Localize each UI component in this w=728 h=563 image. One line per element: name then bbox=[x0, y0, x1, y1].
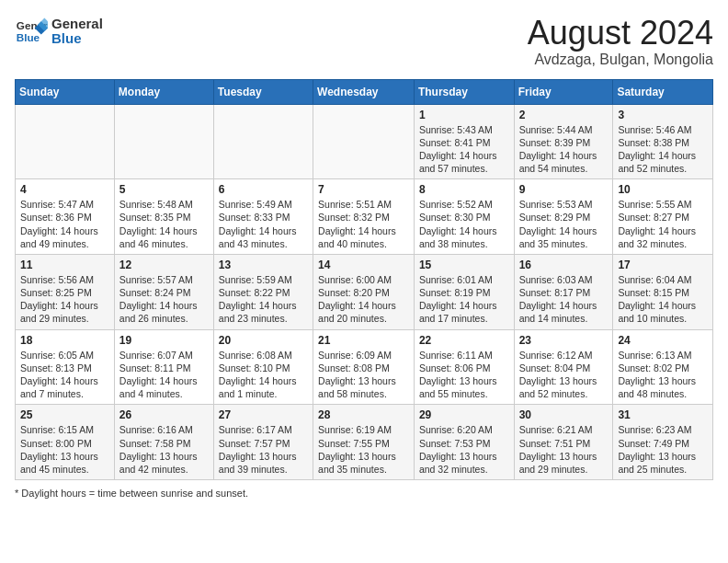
week-row-1: 4Sunrise: 5:47 AMSunset: 8:36 PMDaylight… bbox=[16, 179, 713, 255]
calendar-cell bbox=[114, 104, 213, 179]
week-row-4: 25Sunrise: 6:15 AMSunset: 8:00 PMDayligh… bbox=[16, 405, 713, 480]
day-info: Sunrise: 6:19 AMSunset: 7:55 PMDaylight:… bbox=[318, 423, 409, 476]
day-number: 17 bbox=[618, 259, 708, 271]
day-number: 2 bbox=[519, 109, 609, 121]
day-number: 14 bbox=[318, 259, 409, 271]
day-number: 23 bbox=[519, 334, 609, 347]
day-info: Sunrise: 6:08 AMSunset: 8:10 PMDaylight:… bbox=[219, 349, 308, 401]
day-number: 8 bbox=[419, 183, 509, 196]
calendar-cell bbox=[313, 104, 415, 179]
logo-blue-text: Blue bbox=[51, 31, 103, 47]
day-header-tuesday: Tuesday bbox=[213, 79, 313, 104]
calendar-cell bbox=[213, 104, 313, 179]
day-header-friday: Friday bbox=[514, 79, 613, 104]
day-info: Sunrise: 6:15 AMSunset: 8:00 PMDaylight:… bbox=[20, 423, 109, 476]
calendar-cell: 15Sunrise: 6:01 AMSunset: 8:19 PMDayligh… bbox=[414, 254, 514, 329]
calendar-cell: 16Sunrise: 6:03 AMSunset: 8:17 PMDayligh… bbox=[514, 254, 613, 329]
day-info: Sunrise: 5:57 AMSunset: 8:24 PMDaylight:… bbox=[119, 273, 209, 326]
day-info: Sunrise: 6:01 AMSunset: 8:19 PMDaylight:… bbox=[419, 273, 509, 326]
logo-icon: General Blue bbox=[15, 15, 48, 48]
calendar-cell: 4Sunrise: 5:47 AMSunset: 8:36 PMDaylight… bbox=[16, 179, 115, 255]
day-info: Sunrise: 6:20 AMSunset: 7:53 PMDaylight:… bbox=[419, 423, 509, 476]
calendar-cell: 21Sunrise: 6:09 AMSunset: 8:08 PMDayligh… bbox=[313, 329, 415, 405]
calendar-cell: 30Sunrise: 6:21 AMSunset: 7:51 PMDayligh… bbox=[514, 405, 613, 480]
day-info: Sunrise: 6:07 AMSunset: 8:11 PMDaylight:… bbox=[119, 349, 209, 401]
month-year-title: August 2024 bbox=[528, 15, 713, 52]
day-header-thursday: Thursday bbox=[414, 79, 514, 104]
day-info: Sunrise: 5:46 AMSunset: 8:38 PMDaylight:… bbox=[618, 123, 708, 176]
day-number: 6 bbox=[219, 183, 308, 196]
day-number: 22 bbox=[419, 334, 509, 347]
day-info: Sunrise: 5:55 AMSunset: 8:27 PMDaylight:… bbox=[618, 198, 708, 250]
day-info: Sunrise: 6:21 AMSunset: 7:51 PMDaylight:… bbox=[519, 423, 609, 476]
calendar-cell: 8Sunrise: 5:52 AMSunset: 8:30 PMDaylight… bbox=[414, 179, 514, 255]
location-subtitle: Avdzaga, Bulgan, Mongolia bbox=[528, 52, 713, 68]
day-info: Sunrise: 5:44 AMSunset: 8:39 PMDaylight:… bbox=[519, 123, 609, 176]
day-header-saturday: Saturday bbox=[613, 79, 713, 104]
day-info: Sunrise: 5:47 AMSunset: 8:36 PMDaylight:… bbox=[20, 198, 109, 250]
day-number: 25 bbox=[20, 408, 109, 421]
calendar-cell: 13Sunrise: 5:59 AMSunset: 8:22 PMDayligh… bbox=[213, 254, 313, 329]
day-number: 13 bbox=[219, 259, 308, 271]
calendar-cell: 6Sunrise: 5:49 AMSunset: 8:33 PMDaylight… bbox=[213, 179, 313, 255]
day-number: 29 bbox=[419, 408, 509, 421]
day-number: 16 bbox=[519, 259, 609, 271]
calendar-cell: 19Sunrise: 6:07 AMSunset: 8:11 PMDayligh… bbox=[114, 329, 213, 405]
day-info: Sunrise: 6:11 AMSunset: 8:06 PMDaylight:… bbox=[419, 349, 509, 401]
day-number: 28 bbox=[318, 408, 409, 421]
day-info: Sunrise: 5:52 AMSunset: 8:30 PMDaylight:… bbox=[419, 198, 509, 250]
day-number: 9 bbox=[519, 183, 609, 196]
day-info: Sunrise: 5:48 AMSunset: 8:35 PMDaylight:… bbox=[119, 198, 209, 250]
day-headers-row: SundayMondayTuesdayWednesdayThursdayFrid… bbox=[16, 79, 713, 104]
day-info: Sunrise: 5:51 AMSunset: 8:32 PMDaylight:… bbox=[318, 198, 409, 250]
day-number: 19 bbox=[119, 334, 209, 347]
calendar-cell: 12Sunrise: 5:57 AMSunset: 8:24 PMDayligh… bbox=[114, 254, 213, 329]
day-info: Sunrise: 6:09 AMSunset: 8:08 PMDaylight:… bbox=[318, 349, 409, 401]
day-info: Sunrise: 5:56 AMSunset: 8:25 PMDaylight:… bbox=[20, 273, 109, 326]
day-info: Sunrise: 5:49 AMSunset: 8:33 PMDaylight:… bbox=[219, 198, 308, 250]
calendar-cell: 29Sunrise: 6:20 AMSunset: 7:53 PMDayligh… bbox=[414, 405, 514, 480]
day-number: 24 bbox=[618, 334, 708, 347]
calendar-cell: 5Sunrise: 5:48 AMSunset: 8:35 PMDaylight… bbox=[114, 179, 213, 255]
calendar-table: SundayMondayTuesdayWednesdayThursdayFrid… bbox=[15, 79, 713, 480]
day-info: Sunrise: 6:00 AMSunset: 8:20 PMDaylight:… bbox=[318, 273, 409, 326]
calendar-cell: 9Sunrise: 5:53 AMSunset: 8:29 PMDaylight… bbox=[514, 179, 613, 255]
daylight-label: Daylight hours bbox=[21, 488, 85, 499]
day-header-sunday: Sunday bbox=[16, 79, 115, 104]
calendar-cell: 22Sunrise: 6:11 AMSunset: 8:06 PMDayligh… bbox=[414, 329, 514, 405]
day-number: 10 bbox=[618, 183, 708, 196]
calendar-cell bbox=[16, 104, 115, 179]
day-number: 15 bbox=[419, 259, 509, 271]
footer-note: * Daylight hours = time between sunrise … bbox=[15, 488, 713, 499]
calendar-cell: 20Sunrise: 6:08 AMSunset: 8:10 PMDayligh… bbox=[213, 329, 313, 405]
day-number: 1 bbox=[419, 109, 509, 121]
day-number: 26 bbox=[119, 408, 209, 421]
day-number: 11 bbox=[20, 259, 109, 271]
day-info: Sunrise: 6:13 AMSunset: 8:02 PMDaylight:… bbox=[618, 349, 708, 401]
calendar-cell: 14Sunrise: 6:00 AMSunset: 8:20 PMDayligh… bbox=[313, 254, 415, 329]
day-info: Sunrise: 5:53 AMSunset: 8:29 PMDaylight:… bbox=[519, 198, 609, 250]
day-number: 3 bbox=[618, 109, 708, 121]
day-info: Sunrise: 6:23 AMSunset: 7:49 PMDaylight:… bbox=[618, 423, 708, 476]
week-row-2: 11Sunrise: 5:56 AMSunset: 8:25 PMDayligh… bbox=[16, 254, 713, 329]
calendar-cell: 31Sunrise: 6:23 AMSunset: 7:49 PMDayligh… bbox=[613, 405, 713, 480]
day-number: 18 bbox=[20, 334, 109, 347]
calendar-cell: 24Sunrise: 6:13 AMSunset: 8:02 PMDayligh… bbox=[613, 329, 713, 405]
day-header-wednesday: Wednesday bbox=[313, 79, 415, 104]
calendar-cell: 10Sunrise: 5:55 AMSunset: 8:27 PMDayligh… bbox=[613, 179, 713, 255]
calendar-cell: 3Sunrise: 5:46 AMSunset: 8:38 PMDaylight… bbox=[613, 104, 713, 179]
calendar-cell: 17Sunrise: 6:04 AMSunset: 8:15 PMDayligh… bbox=[613, 254, 713, 329]
day-info: Sunrise: 6:04 AMSunset: 8:15 PMDaylight:… bbox=[618, 273, 708, 326]
calendar-cell: 26Sunrise: 6:16 AMSunset: 7:58 PMDayligh… bbox=[114, 405, 213, 480]
page-header: General Blue General Blue August 2024 Av… bbox=[15, 15, 713, 68]
day-number: 5 bbox=[119, 183, 209, 196]
day-number: 4 bbox=[20, 183, 109, 196]
logo: General Blue General Blue bbox=[15, 15, 103, 48]
day-header-monday: Monday bbox=[114, 79, 213, 104]
day-number: 20 bbox=[219, 334, 308, 347]
day-info: Sunrise: 6:16 AMSunset: 7:58 PMDaylight:… bbox=[119, 423, 209, 476]
day-number: 7 bbox=[318, 183, 409, 196]
logo-general-text: General bbox=[51, 17, 103, 32]
calendar-cell: 7Sunrise: 5:51 AMSunset: 8:32 PMDaylight… bbox=[313, 179, 415, 255]
calendar-cell: 11Sunrise: 5:56 AMSunset: 8:25 PMDayligh… bbox=[16, 254, 115, 329]
